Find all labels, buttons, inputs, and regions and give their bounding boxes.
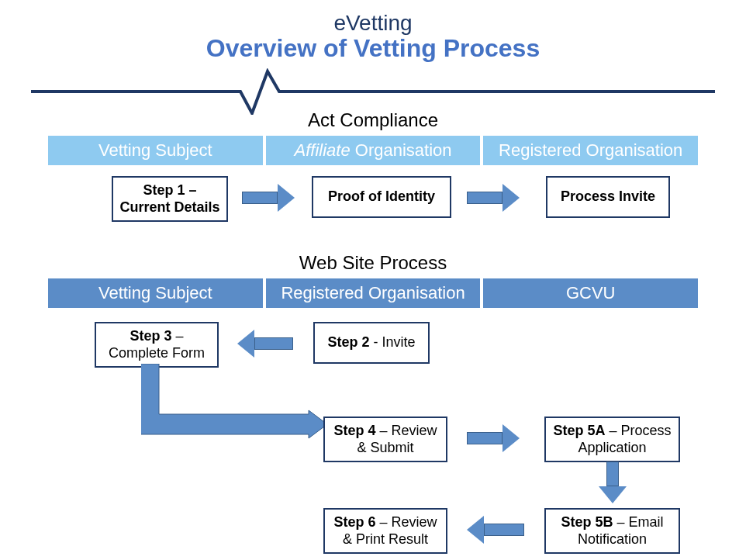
arrow-step4-to-step5a: [467, 424, 520, 452]
page-header: eVetting Overview of Vetting Process: [0, 0, 746, 63]
arrow-step2-to-step3: [237, 330, 293, 358]
process-invite-label: Process Invite: [561, 188, 655, 204]
step1-label: Step 1: [143, 182, 185, 198]
node-proof-identity: Proof of Identity: [312, 176, 451, 218]
node-step1: Step 1 – Current Details: [112, 176, 228, 222]
node-process-invite: Process Invite: [546, 176, 670, 218]
arrow-step1-to-proof: [242, 184, 295, 212]
section1-flow: Step 1 – Current Details Proof of Identi…: [48, 165, 698, 230]
proof-label: Proof of Identity: [328, 188, 435, 204]
node-step5a: Step 5A – Process Application: [544, 417, 680, 462]
arrow-step5b-to-step6: [467, 516, 524, 544]
step3-sub: Complete Form: [109, 345, 205, 361]
col2-header-gcvu: GCVU: [483, 278, 698, 308]
col-header-vetting-subject: Vetting Subject: [48, 136, 263, 165]
step5a-label: Step 5A: [553, 423, 605, 438]
col-header-registered-org: Registered Organisation: [483, 136, 698, 165]
step4-label: Step 4: [333, 423, 375, 438]
divider-heartbeat-icon: [0, 68, 746, 115]
step1-sub: Current Details: [119, 199, 219, 215]
arrow-step5a-to-step5b: [599, 461, 627, 503]
step2-sub: Invite: [382, 334, 416, 350]
section2-flow: Step 3 – Complete Form Step 2 - Invite S…: [48, 308, 698, 556]
node-step2: Step 2 - Invite: [313, 322, 430, 364]
node-step5b: Step 5B – Email Notification: [544, 508, 680, 554]
page-title-2: Overview of Vetting Process: [0, 34, 746, 63]
step3-label: Step 3: [130, 328, 171, 344]
col2-header-vetting-subject: Vetting Subject: [48, 278, 263, 308]
section2-title: Web Site Process: [0, 252, 746, 274]
arrow-step3-to-step4: [141, 364, 327, 449]
section1-column-headers: Vetting Subject Affiliate Organisation R…: [48, 136, 698, 165]
step6-label: Step 6: [333, 514, 375, 530]
node-step3: Step 3 – Complete Form: [95, 322, 219, 368]
node-step4: Step 4 – Review & Submit: [323, 417, 447, 462]
col-header-affiliate-org: Affiliate Organisation: [266, 136, 481, 165]
step5b-label: Step 5B: [561, 514, 613, 530]
arrow-proof-to-invite: [467, 184, 520, 212]
step2-label: Step 2: [327, 334, 369, 350]
page-title-1: eVetting: [0, 11, 746, 36]
node-step6: Step 6 – Review & Print Result: [323, 508, 447, 554]
section2-column-headers: Vetting Subject Registered Organisation …: [48, 278, 698, 308]
col2-header-registered-org: Registered Organisation: [266, 278, 481, 308]
